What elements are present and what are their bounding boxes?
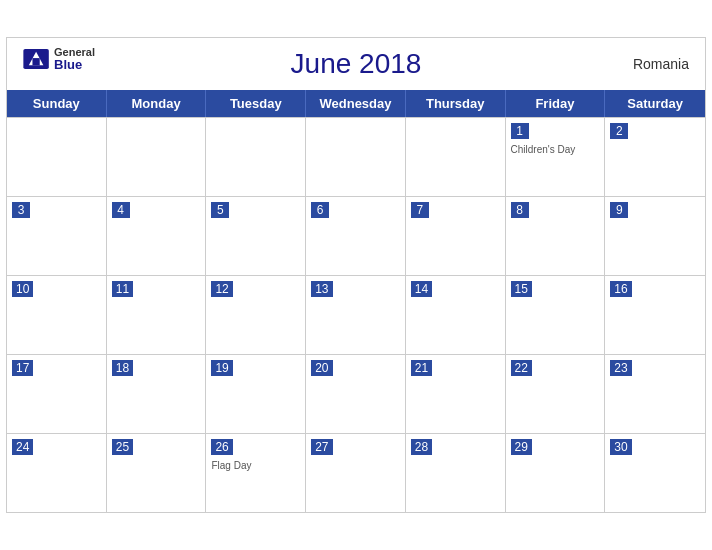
table-row: 19 bbox=[206, 355, 306, 433]
table-row: 2 bbox=[605, 118, 705, 196]
cell-date: 6 bbox=[311, 202, 329, 218]
week-4: 17181920212223 bbox=[7, 354, 705, 433]
table-row: 5 bbox=[206, 197, 306, 275]
table-row: 20 bbox=[306, 355, 406, 433]
day-thursday: Thursday bbox=[406, 90, 506, 117]
table-row: 9 bbox=[605, 197, 705, 275]
calendar-header: General Blue June 2018 Romania bbox=[7, 38, 705, 90]
table-row: 12 bbox=[206, 276, 306, 354]
cell-date: 24 bbox=[12, 439, 33, 455]
table-row: 16 bbox=[605, 276, 705, 354]
logo: General Blue bbox=[23, 46, 95, 72]
cell-date: 28 bbox=[411, 439, 432, 455]
cell-date: 7 bbox=[411, 202, 429, 218]
cell-date: 22 bbox=[511, 360, 532, 376]
table-row: 17 bbox=[7, 355, 107, 433]
cell-date: 2 bbox=[610, 123, 628, 139]
table-row: 14 bbox=[406, 276, 506, 354]
cell-date: 19 bbox=[211, 360, 232, 376]
table-row bbox=[206, 118, 306, 196]
cell-date: 21 bbox=[411, 360, 432, 376]
table-row: 29 bbox=[506, 434, 606, 512]
table-row: 23 bbox=[605, 355, 705, 433]
table-row bbox=[306, 118, 406, 196]
calendar-body: 1Children's Day2345678910111213141516171… bbox=[7, 117, 705, 512]
day-friday: Friday bbox=[506, 90, 606, 117]
table-row: 24 bbox=[7, 434, 107, 512]
day-tuesday: Tuesday bbox=[206, 90, 306, 117]
cell-date: 18 bbox=[112, 360, 133, 376]
week-2: 3456789 bbox=[7, 196, 705, 275]
cell-date: 9 bbox=[610, 202, 628, 218]
cell-date: 11 bbox=[112, 281, 133, 297]
cell-date: 10 bbox=[12, 281, 33, 297]
table-row: 30 bbox=[605, 434, 705, 512]
cell-date: 15 bbox=[511, 281, 532, 297]
cell-date: 12 bbox=[211, 281, 232, 297]
cell-event: Flag Day bbox=[211, 459, 300, 472]
table-row: 28 bbox=[406, 434, 506, 512]
table-row: 7 bbox=[406, 197, 506, 275]
cell-date: 16 bbox=[610, 281, 631, 297]
calendar-title: June 2018 bbox=[23, 48, 689, 80]
table-row: 26Flag Day bbox=[206, 434, 306, 512]
day-saturday: Saturday bbox=[605, 90, 705, 117]
cell-date: 13 bbox=[311, 281, 332, 297]
cell-date: 25 bbox=[112, 439, 133, 455]
table-row: 25 bbox=[107, 434, 207, 512]
days-header: Sunday Monday Tuesday Wednesday Thursday… bbox=[7, 90, 705, 117]
table-row bbox=[7, 118, 107, 196]
svg-rect-2 bbox=[32, 58, 39, 65]
week-1: 1Children's Day2 bbox=[7, 117, 705, 196]
week-3: 10111213141516 bbox=[7, 275, 705, 354]
table-row: 6 bbox=[306, 197, 406, 275]
generalblue-icon bbox=[23, 49, 51, 69]
cell-date: 23 bbox=[610, 360, 631, 376]
table-row: 11 bbox=[107, 276, 207, 354]
cell-date: 1 bbox=[511, 123, 529, 139]
cell-date: 26 bbox=[211, 439, 232, 455]
table-row: 18 bbox=[107, 355, 207, 433]
day-sunday: Sunday bbox=[7, 90, 107, 117]
cell-date: 3 bbox=[12, 202, 30, 218]
cell-date: 27 bbox=[311, 439, 332, 455]
table-row: 27 bbox=[306, 434, 406, 512]
table-row: 3 bbox=[7, 197, 107, 275]
week-5: 242526Flag Day27282930 bbox=[7, 433, 705, 512]
calendar: General Blue June 2018 Romania Sunday Mo… bbox=[6, 37, 706, 513]
country-label: Romania bbox=[633, 56, 689, 72]
table-row: 21 bbox=[406, 355, 506, 433]
table-row bbox=[107, 118, 207, 196]
cell-event: Children's Day bbox=[511, 143, 600, 156]
day-monday: Monday bbox=[107, 90, 207, 117]
cell-date: 14 bbox=[411, 281, 432, 297]
logo-blue-text: Blue bbox=[54, 58, 95, 72]
table-row: 15 bbox=[506, 276, 606, 354]
table-row bbox=[406, 118, 506, 196]
table-row: 13 bbox=[306, 276, 406, 354]
cell-date: 30 bbox=[610, 439, 631, 455]
cell-date: 17 bbox=[12, 360, 33, 376]
cell-date: 4 bbox=[112, 202, 130, 218]
table-row: 10 bbox=[7, 276, 107, 354]
cell-date: 20 bbox=[311, 360, 332, 376]
table-row: 4 bbox=[107, 197, 207, 275]
day-wednesday: Wednesday bbox=[306, 90, 406, 117]
table-row: 22 bbox=[506, 355, 606, 433]
cell-date: 5 bbox=[211, 202, 229, 218]
cell-date: 8 bbox=[511, 202, 529, 218]
table-row: 8 bbox=[506, 197, 606, 275]
table-row: 1Children's Day bbox=[506, 118, 606, 196]
cell-date: 29 bbox=[511, 439, 532, 455]
